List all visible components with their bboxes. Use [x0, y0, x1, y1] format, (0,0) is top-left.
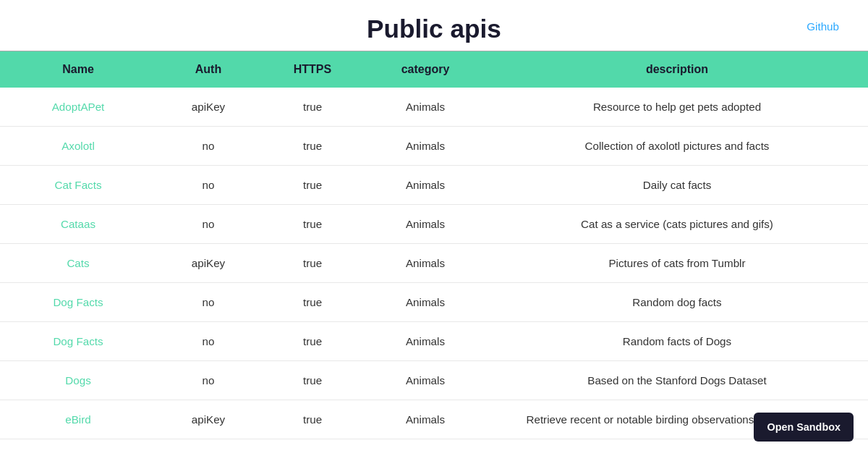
- cell-https: true: [260, 205, 365, 244]
- cell-description: Random dog facts: [486, 283, 868, 322]
- cell-category: Animals: [365, 127, 486, 166]
- col-header-name: Name: [0, 51, 156, 88]
- table-row: DogsnotrueAnimalsBased on the Stanford D…: [0, 361, 868, 400]
- cell-category: Animals: [365, 283, 486, 322]
- cell-name: Dog Facts: [0, 322, 156, 361]
- cell-auth: no: [156, 361, 260, 400]
- api-name-link[interactable]: Cats: [67, 257, 89, 269]
- cell-description: Random facts of Dogs: [486, 322, 868, 361]
- table-row: AdoptAPetapiKeytrueAnimalsResource to he…: [0, 88, 868, 127]
- api-table: Name Auth HTTPS category description Ado…: [0, 51, 868, 439]
- cell-https: true: [260, 88, 365, 127]
- cell-auth: apiKey: [156, 400, 260, 439]
- cell-auth: apiKey: [156, 88, 260, 127]
- cell-auth: no: [156, 166, 260, 205]
- cell-https: true: [260, 400, 365, 439]
- col-header-https: HTTPS: [260, 51, 365, 88]
- cell-auth: no: [156, 205, 260, 244]
- api-name-link[interactable]: Axolotl: [61, 140, 95, 152]
- cell-category: Animals: [365, 400, 486, 439]
- api-name-link[interactable]: Cataas: [61, 218, 95, 230]
- table-row: Dog FactsnotrueAnimalsRandom facts of Do…: [0, 322, 868, 361]
- api-name-link[interactable]: Cat Facts: [55, 179, 102, 191]
- cell-category: Animals: [365, 205, 486, 244]
- cell-auth: no: [156, 322, 260, 361]
- cell-category: Animals: [365, 166, 486, 205]
- cell-description: Collection of axolotl pictures and facts: [486, 127, 868, 166]
- table-row: Cat FactsnotrueAnimalsDaily cat facts: [0, 166, 868, 205]
- cell-name: AdoptAPet: [0, 88, 156, 127]
- cell-auth: apiKey: [156, 244, 260, 283]
- cell-description: Daily cat facts: [486, 166, 868, 205]
- api-name-link[interactable]: AdoptAPet: [52, 101, 105, 113]
- cell-https: true: [260, 127, 365, 166]
- cell-https: true: [260, 361, 365, 400]
- page-title: Public apis: [367, 14, 501, 43]
- cell-name: Dogs: [0, 361, 156, 400]
- cell-description: Pictures of cats from Tumblr: [486, 244, 868, 283]
- cell-name: Cataas: [0, 205, 156, 244]
- col-header-auth: Auth: [156, 51, 260, 88]
- col-header-description: description: [486, 51, 868, 88]
- table-row: Dog FactsnotrueAnimalsRandom dog facts: [0, 283, 868, 322]
- cell-name: Dog Facts: [0, 283, 156, 322]
- cell-category: Animals: [365, 322, 486, 361]
- cell-name: Axolotl: [0, 127, 156, 166]
- cell-name: eBird: [0, 400, 156, 439]
- api-name-link[interactable]: eBird: [65, 413, 90, 426]
- table-header: Name Auth HTTPS category description: [0, 51, 868, 88]
- cell-https: true: [260, 283, 365, 322]
- api-name-link[interactable]: Dogs: [65, 374, 90, 387]
- cell-auth: no: [156, 283, 260, 322]
- cell-description: Based on the Stanford Dogs Dataset: [486, 361, 868, 400]
- cell-description: Cat as a service (cats pictures and gifs…: [486, 205, 868, 244]
- table-row: AxolotlnotrueAnimalsCollection of axolot…: [0, 127, 868, 166]
- table-row: eBirdapiKeytrueAnimalsRetrieve recent or…: [0, 400, 868, 439]
- cell-https: true: [260, 322, 365, 361]
- cell-auth: no: [156, 127, 260, 166]
- table-row: CatsapiKeytrueAnimalsPictures of cats fr…: [0, 244, 868, 283]
- cell-category: Animals: [365, 361, 486, 400]
- table-row: CataasnotrueAnimalsCat as a service (cat…: [0, 205, 868, 244]
- cell-category: Animals: [365, 244, 486, 283]
- cell-https: true: [260, 244, 365, 283]
- api-name-link[interactable]: Dog Facts: [53, 335, 103, 347]
- api-name-link[interactable]: Dog Facts: [53, 296, 103, 308]
- cell-https: true: [260, 166, 365, 205]
- cell-description: Resource to help get pets adopted: [486, 88, 868, 127]
- table-body: AdoptAPetapiKeytrueAnimalsResource to he…: [0, 88, 868, 439]
- page-header: Public apis Github: [0, 0, 868, 51]
- cell-name: Cat Facts: [0, 166, 156, 205]
- cell-name: Cats: [0, 244, 156, 283]
- open-sandbox-button[interactable]: Open Sandbox: [754, 413, 854, 442]
- table-header-row: Name Auth HTTPS category description: [0, 51, 868, 88]
- col-header-category: category: [365, 51, 486, 88]
- github-link[interactable]: Github: [807, 20, 839, 33]
- cell-category: Animals: [365, 88, 486, 127]
